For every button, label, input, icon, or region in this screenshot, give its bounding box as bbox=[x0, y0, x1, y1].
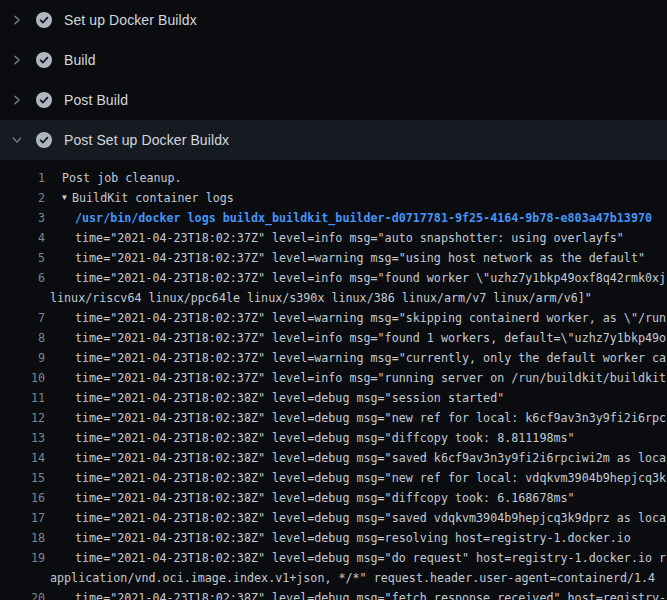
log-line-number[interactable]: 12 bbox=[0, 408, 45, 428]
log-line: 20 time="2021-04-23T18:02:38Z" level=deb… bbox=[0, 588, 667, 600]
log-line-number[interactable]: 5 bbox=[0, 248, 45, 268]
chevron-right-icon bbox=[12, 54, 22, 66]
check-circle-icon bbox=[36, 52, 52, 68]
log-line-text: linux/riscv64 linux/ppc64le linux/s390x … bbox=[0, 288, 592, 308]
step-row[interactable]: Set up Docker Buildx bbox=[0, 0, 667, 40]
log-line-number[interactable]: 17 bbox=[0, 508, 45, 528]
log-line-number[interactable]: 8 bbox=[0, 328, 45, 348]
log-line: 13 time="2021-04-23T18:02:38Z" level=deb… bbox=[0, 428, 667, 448]
log-line-number[interactable]: 1 bbox=[0, 168, 45, 188]
log-line-number[interactable]: 14 bbox=[0, 448, 45, 468]
log-line-text: BuildKit container logs bbox=[72, 188, 234, 208]
log-line: 19 time="2021-04-23T18:02:38Z" level=deb… bbox=[0, 548, 667, 568]
log-line-number[interactable]: 7 bbox=[0, 308, 45, 328]
log-line-text: time="2021-04-23T18:02:38Z" level=debug … bbox=[45, 588, 666, 600]
log-line-text: time="2021-04-23T18:02:37Z" level=warnin… bbox=[45, 308, 666, 328]
log-line: 18 time="2021-04-23T18:02:38Z" level=deb… bbox=[0, 528, 667, 548]
step-row[interactable]: Post Build bbox=[0, 80, 667, 120]
log-line-text: time="2021-04-23T18:02:38Z" level=debug … bbox=[45, 488, 575, 508]
log-line-text: time="2021-04-23T18:02:38Z" level=debug … bbox=[45, 468, 666, 488]
log-line: 4 time="2021-04-23T18:02:37Z" level=info… bbox=[0, 228, 667, 248]
chevron-down-icon bbox=[12, 134, 22, 146]
steps-list: Set up Docker Buildx Build Post Build Po… bbox=[0, 0, 667, 160]
log-group-toggle-icon[interactable]: ▼ bbox=[62, 188, 72, 208]
chevron-right-icon bbox=[12, 94, 22, 106]
log-line: 9 time="2021-04-23T18:02:37Z" level=warn… bbox=[0, 348, 667, 368]
log-line-number[interactable]: 4 bbox=[0, 228, 45, 248]
log-line-text: time="2021-04-23T18:02:37Z" level=info m… bbox=[45, 368, 666, 388]
step-label: Set up Docker Buildx bbox=[64, 12, 197, 28]
log-line: 17 time="2021-04-23T18:02:38Z" level=deb… bbox=[0, 508, 667, 528]
log-line-text: time="2021-04-23T18:02:38Z" level=debug … bbox=[45, 428, 575, 448]
log-line-number[interactable]: 13 bbox=[0, 428, 45, 448]
log-line-text: time="2021-04-23T18:02:37Z" level=warnin… bbox=[45, 248, 645, 268]
log-line: 3 /usr/bin/docker logs buildx_buildkit_b… bbox=[0, 208, 667, 228]
log-line: 2 ▼BuildKit container logs bbox=[0, 188, 667, 208]
log-line-text: time="2021-04-23T18:02:37Z" level=info m… bbox=[45, 328, 666, 348]
check-circle-icon bbox=[36, 132, 52, 148]
step-label: Post Set up Docker Buildx bbox=[64, 132, 229, 148]
log-line: 16 time="2021-04-23T18:02:38Z" level=deb… bbox=[0, 488, 667, 508]
check-circle-icon bbox=[36, 12, 52, 28]
log-line-text: time="2021-04-23T18:02:38Z" level=debug … bbox=[45, 528, 631, 548]
log-line-text: application/vnd.oci.image.index.v1+json,… bbox=[0, 568, 655, 588]
log-line-number[interactable]: 19 bbox=[0, 548, 45, 568]
log-line-text: time="2021-04-23T18:02:37Z" level=info m… bbox=[45, 268, 666, 288]
chevron-right-icon bbox=[12, 14, 22, 26]
log-line-text: time="2021-04-23T18:02:38Z" level=debug … bbox=[45, 448, 666, 468]
step-label: Post Build bbox=[64, 92, 128, 108]
log-line-number[interactable]: 15 bbox=[0, 468, 45, 488]
step-label: Build bbox=[64, 52, 96, 68]
log-line-number[interactable]: 2 bbox=[0, 188, 45, 208]
log-line-text: time="2021-04-23T18:02:38Z" level=debug … bbox=[45, 388, 504, 408]
log-line: 15 time="2021-04-23T18:02:38Z" level=deb… bbox=[0, 468, 667, 488]
log-line-wrap: application/vnd.oci.image.index.v1+json,… bbox=[0, 568, 667, 588]
log-line-number[interactable]: 16 bbox=[0, 488, 45, 508]
log-line-number[interactable]: 3 bbox=[0, 208, 45, 228]
log-container[interactable]: 1 Post job cleanup. 2 ▼BuildKit containe… bbox=[0, 160, 667, 600]
log-line: 12 time="2021-04-23T18:02:38Z" level=deb… bbox=[0, 408, 667, 428]
log-line: 8 time="2021-04-23T18:02:37Z" level=info… bbox=[0, 328, 667, 348]
log-line-number[interactable]: 9 bbox=[0, 348, 45, 368]
check-circle-icon bbox=[36, 92, 52, 108]
log-line: 1 Post job cleanup. bbox=[0, 168, 667, 188]
step-row[interactable]: Post Set up Docker Buildx bbox=[0, 120, 667, 160]
log-line: 7 time="2021-04-23T18:02:37Z" level=warn… bbox=[0, 308, 667, 328]
log-line-number[interactable]: 6 bbox=[0, 268, 45, 288]
log-line-text: time="2021-04-23T18:02:38Z" level=debug … bbox=[45, 408, 666, 428]
log-line-number[interactable]: 11 bbox=[0, 388, 45, 408]
log-line-text: time="2021-04-23T18:02:37Z" level=warnin… bbox=[45, 348, 666, 368]
log-line-number[interactable]: 18 bbox=[0, 528, 45, 548]
log-line: 6 time="2021-04-23T18:02:37Z" level=info… bbox=[0, 268, 667, 288]
log-line-text: time="2021-04-23T18:02:38Z" level=debug … bbox=[45, 548, 666, 568]
log-line-text: time="2021-04-23T18:02:38Z" level=debug … bbox=[45, 508, 666, 528]
log-line: 5 time="2021-04-23T18:02:37Z" level=warn… bbox=[0, 248, 667, 268]
log-line-text: /usr/bin/docker logs buildx_buildkit_bui… bbox=[45, 208, 652, 228]
log-line-number[interactable]: 10 bbox=[0, 368, 45, 388]
log-line: 11 time="2021-04-23T18:02:38Z" level=deb… bbox=[0, 388, 667, 408]
log-line-wrap: linux/riscv64 linux/ppc64le linux/s390x … bbox=[0, 288, 667, 308]
log-line-text: time="2021-04-23T18:02:37Z" level=info m… bbox=[45, 228, 624, 248]
log-line: 14 time="2021-04-23T18:02:38Z" level=deb… bbox=[0, 448, 667, 468]
log-line-text: Post job cleanup. bbox=[45, 168, 182, 188]
log-line-number[interactable]: 20 bbox=[0, 588, 45, 600]
log-line: 10 time="2021-04-23T18:02:37Z" level=inf… bbox=[0, 368, 667, 388]
step-row[interactable]: Build bbox=[0, 40, 667, 80]
